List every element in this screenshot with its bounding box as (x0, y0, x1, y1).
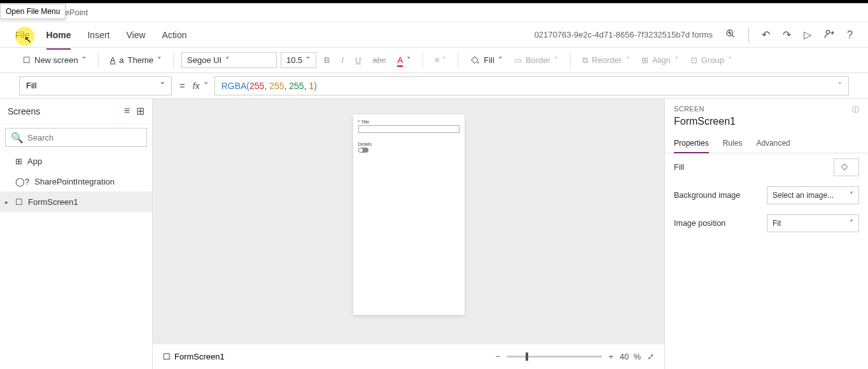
bold-button[interactable]: B (320, 53, 333, 67)
align-button[interactable]: ⊞ Align ˅ (638, 53, 683, 67)
canvas[interactable]: *Title Details (153, 99, 664, 369)
help-icon[interactable]: ? (847, 29, 853, 41)
status-crumb[interactable]: FormScreen1 (174, 352, 225, 361)
prop-fill-label: Fill (674, 163, 684, 172)
app-icon: ⊞ (15, 157, 22, 166)
font-select[interactable]: Segoe UI˅ (181, 52, 277, 68)
font-size-select[interactable]: 10.5˅ (281, 52, 316, 68)
panel-help-icon[interactable]: ⓘ (852, 105, 859, 115)
details-toggle-preview (358, 148, 368, 153)
menu-file[interactable]: File (15, 27, 30, 43)
undo-icon[interactable]: ↶ (762, 29, 770, 41)
grid-view-icon[interactable]: ⊞ (136, 105, 144, 117)
zoom-in-button[interactable]: + (608, 352, 613, 361)
theme-button[interactable]: Aa Theme ˅ (106, 53, 165, 67)
properties-panel: SCREEN ⓘ FormScreen1 Properties Rules Ad… (664, 99, 868, 369)
heartbeat-icon[interactable] (725, 29, 736, 41)
prop-image-position-label: Image position (674, 219, 725, 228)
chevron-right-icon[interactable]: ▸ (5, 198, 8, 205)
tab-rules[interactable]: Rules (723, 134, 743, 153)
tab-properties[interactable]: Properties (674, 134, 709, 153)
breadcrumb: ← ⋮⋮⋮ arePoint (0, 3, 868, 22)
screen-icon: ☐ (15, 197, 23, 207)
menu-insert[interactable]: Insert (87, 27, 109, 43)
question-circle-icon: ◯? (15, 177, 29, 186)
strike-button[interactable]: abc (368, 53, 389, 67)
border-button[interactable]: ▭ Border ˅ (510, 53, 563, 67)
share-icon[interactable] (824, 29, 834, 41)
document-title: 02170763-9e2c-4d71-8656-7f3232515b7d for… (535, 30, 713, 39)
tree-item-formscreen1[interactable]: ▸ ☐ FormScreen1 (0, 191, 152, 212)
fill-button[interactable]: Fill ˅ (466, 53, 507, 68)
ribbon-toolbar: ☐ New screen ˅ Aa Theme ˅ Segoe UI˅ 10.5… (0, 48, 868, 73)
fill-color-picker[interactable] (834, 158, 859, 176)
tree-panel-title: Screens (8, 106, 40, 116)
search-input[interactable]: 🔍 (5, 128, 147, 147)
image-position-select[interactable]: Fit˅ (767, 214, 859, 232)
formula-input[interactable]: RGBA(255, 255, 255, 1) ˅ (214, 76, 849, 95)
search-icon: 🔍 (11, 132, 24, 144)
main-menubar: File Home Insert View Action 02170763-9e… (0, 22, 868, 48)
fx-icon[interactable]: fx ˅ (193, 81, 207, 91)
menu-home[interactable]: Home (46, 27, 71, 43)
fullscreen-icon[interactable]: ⤢ (647, 352, 654, 361)
screen-icon: ☐ (163, 352, 171, 361)
svg-line-1 (732, 35, 734, 37)
formula-bar: Fill˅ = fx ˅ RGBA(255, 255, 255, 1) ˅ (0, 73, 868, 99)
tree-item-sharepoint-integration[interactable]: ◯? SharePointIntegration (0, 171, 152, 191)
title-field-preview (358, 125, 459, 133)
equals-sign: = (179, 80, 185, 91)
property-select[interactable]: Fill˅ (19, 76, 172, 95)
group-button[interactable]: ⊡ Group ˅ (687, 53, 736, 67)
bg-image-select[interactable]: Select an image...˅ (767, 186, 859, 204)
text-align-button[interactable]: ≡ ˅ (431, 53, 450, 67)
italic-button[interactable]: I (337, 53, 347, 67)
file-menu-tooltip: Open File Menu (0, 4, 66, 19)
font-color-button[interactable]: A ˅ (393, 53, 415, 67)
prop-bg-image-label: Background image (674, 191, 740, 200)
tree-item-app[interactable]: ⊞ App (0, 151, 152, 171)
redo-icon[interactable]: ↷ (783, 29, 791, 41)
zoom-slider[interactable] (507, 356, 602, 358)
new-screen-button[interactable]: ☐ New screen ˅ (19, 53, 90, 67)
status-bar: ☐ FormScreen1 − + 40 % ⤢ (153, 344, 664, 369)
tab-advanced[interactable]: Advanced (756, 134, 790, 153)
reorder-button[interactable]: ⧉ Reorder ˅ (578, 53, 634, 68)
list-view-icon[interactable]: ≡ (124, 105, 130, 117)
zoom-out-button[interactable]: − (496, 352, 501, 361)
menu-action[interactable]: Action (162, 27, 187, 43)
underline-button[interactable]: U (351, 53, 365, 67)
svg-point-2 (826, 30, 829, 33)
tree-panel: Screens ≡ ⊞ 🔍 ⊞ App ◯? SharePointIntegra… (0, 99, 153, 369)
properties-object-name: FormScreen1 (665, 116, 868, 134)
play-icon[interactable]: ▷ (804, 29, 811, 41)
zoom-value: 40 % (620, 352, 641, 361)
properties-category: SCREEN (674, 105, 704, 115)
menu-view[interactable]: View (126, 27, 145, 43)
form-preview[interactable]: *Title Details (353, 115, 465, 315)
